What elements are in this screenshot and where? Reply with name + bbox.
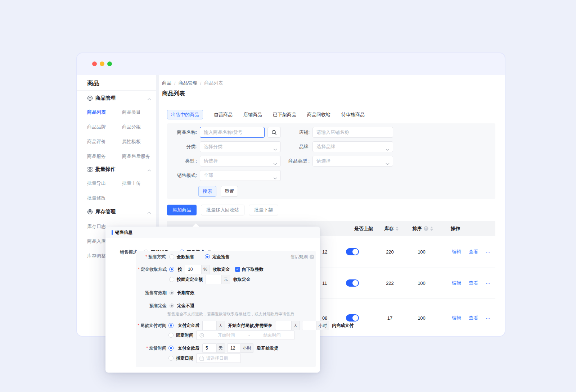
sidebar-item-after-sale-service[interactable]: 商品售后服务	[122, 153, 157, 160]
on-shelf-toggle[interactable]	[346, 314, 359, 322]
sidebar-group-product-manage[interactable]: 商品管理	[87, 95, 156, 102]
hour-unit: 小时	[316, 321, 329, 330]
chevron-up-icon[interactable]	[147, 167, 151, 173]
balance-fixed-radio[interactable]	[168, 333, 174, 338]
help-icon[interactable]	[424, 226, 428, 231]
dialog-title: 销售信息	[115, 229, 132, 236]
deadline-days-group: 天	[275, 321, 300, 330]
presale-settings-panel: 预售方式 全款预售 定金预售 售后规则 定金收取方式 按 10	[136, 251, 316, 367]
ship-relative-radio[interactable]	[168, 346, 174, 351]
edit-link[interactable]: 编辑	[452, 280, 461, 286]
close-window-icon[interactable]	[92, 61, 97, 66]
after-deposit-label: 支付定金后	[178, 323, 199, 329]
tab-on-sale[interactable]: 出售中的商品	[167, 110, 203, 119]
round-down-label[interactable]: 向下取整数	[242, 266, 264, 273]
deposit-percent-radio[interactable]	[169, 267, 174, 272]
sidebar-item-product-service[interactable]: 商品服务	[87, 153, 122, 160]
sidebar-item-attr-template[interactable]: 属性模板	[122, 138, 157, 145]
minimize-window-icon[interactable]	[100, 61, 104, 66]
toggle-on[interactable]	[346, 279, 359, 287]
sidebar-group-stock-manage[interactable]: 库存管理	[87, 208, 156, 215]
after-sale-rule[interactable]: 售后规则	[291, 253, 314, 260]
on-shelf-toggle[interactable]	[346, 279, 359, 287]
sidebar-item-product-review[interactable]: 商品评价	[87, 138, 122, 145]
balance-relative-option: 支付定金后 天 开始支付尾款,并需要在 天 小时 内完成支付	[168, 321, 354, 330]
balance-relative-radio[interactable]	[168, 323, 174, 328]
brand-select[interactable]: 选择品牌	[312, 141, 393, 152]
edit-link[interactable]: 编辑	[452, 249, 461, 255]
product-type-select[interactable]: 请选择	[312, 156, 393, 167]
view-link[interactable]: 查看	[469, 280, 478, 286]
full-presale-label[interactable]: 全款预售	[177, 254, 194, 260]
time-range-picker[interactable]: 开始时间 - 结束时间	[196, 331, 294, 340]
percent-input[interactable]: 10	[185, 265, 202, 274]
maximize-window-icon[interactable]	[107, 61, 112, 66]
sales-mode-select[interactable]: 全部	[200, 170, 281, 181]
deadline-hours-input[interactable]	[302, 321, 316, 330]
deposit-presale-radio[interactable]	[205, 254, 210, 259]
fixed-amount-label[interactable]: 按固定定金额	[177, 277, 203, 283]
full-presale-radio[interactable]	[169, 254, 174, 259]
sidebar-group-label: 商品管理	[95, 95, 116, 101]
deposit-presale-label[interactable]: 定金预售	[212, 254, 230, 260]
edit-link[interactable]: 编辑	[452, 315, 461, 321]
batch-offline-button[interactable]: 批量下架	[249, 205, 278, 215]
search-button[interactable]: 搜索	[198, 186, 216, 197]
fixed-date-label[interactable]: 指定日期	[176, 355, 193, 361]
fixed-amount-input[interactable]	[206, 275, 222, 284]
package-icon	[87, 209, 93, 215]
more-actions-icon[interactable]: ···	[486, 281, 490, 286]
date-placeholder: 请选择日期	[206, 355, 228, 361]
sort-icon[interactable]	[430, 227, 433, 231]
tab-pending-review[interactable]: 待审核商品	[341, 110, 365, 119]
tab-recycle-bin[interactable]: 商品回收站	[307, 110, 330, 119]
view-link[interactable]: 查看	[469, 249, 478, 255]
after-sale-rule-label[interactable]: 售后规则	[291, 254, 308, 260]
date-picker[interactable]: 请选择日期	[196, 354, 241, 363]
sidebar-item-batch-upload[interactable]: 批量上传	[122, 180, 157, 187]
stock-value: 222	[374, 279, 406, 287]
ship-days-input[interactable]: 5	[202, 343, 217, 353]
fixed-time-label[interactable]: 固定时间	[176, 332, 193, 338]
brand-label: 品牌:	[268, 141, 310, 152]
ship-fixed-radio[interactable]	[168, 356, 174, 361]
deposit-fixed-radio[interactable]	[169, 277, 174, 282]
add-product-button[interactable]: 添加商品	[167, 205, 197, 215]
toggle-on[interactable]	[346, 314, 359, 322]
round-down-checkbox[interactable]	[235, 267, 240, 272]
help-icon[interactable]	[310, 255, 314, 259]
grid-icon	[87, 167, 93, 172]
sidebar-item-batch-modify[interactable]: 批量修改	[87, 195, 122, 202]
sidebar-item-product-brand[interactable]: 商品品牌	[87, 123, 122, 131]
more-actions-icon[interactable]: ···	[486, 315, 490, 321]
breadcrumb-item[interactable]: 商品	[162, 80, 171, 86]
sales-mode-select-value: 全部	[204, 173, 213, 178]
reset-button[interactable]: 重置	[221, 186, 238, 197]
column-header-sort[interactable]: 排序	[405, 221, 441, 236]
tab-self-operated[interactable]: 自营商品	[214, 110, 233, 119]
deadline-days-input[interactable]	[275, 321, 292, 330]
sidebar-item-batch-export[interactable]: 批量导出	[87, 180, 122, 187]
breadcrumb-item[interactable]: 商品管理	[179, 80, 197, 86]
sidebar-group-batch-ops[interactable]: 批量操作	[87, 166, 156, 173]
balance-days-input[interactable]	[202, 321, 217, 330]
sidebar-item-product-group[interactable]: 商品分组	[122, 123, 157, 131]
chevron-up-icon[interactable]	[147, 96, 151, 102]
sidebar-item-product-list[interactable]: 商品列表	[87, 109, 122, 116]
ship-hours-input[interactable]: 12	[227, 343, 241, 353]
product-name-label: 商品名称:	[167, 127, 197, 138]
category-label: 分类:	[167, 141, 197, 152]
sidebar-item-product-category[interactable]: 商品类目	[122, 109, 157, 116]
sort-icon[interactable]	[396, 227, 399, 231]
on-shelf-toggle[interactable]	[346, 248, 359, 255]
view-link[interactable]: 查看	[469, 315, 478, 321]
column-header-stock[interactable]: 库存	[375, 221, 408, 236]
shop-input[interactable]: 请输入店铺名称	[312, 127, 393, 138]
batch-recycle-button[interactable]: 批量移入回收站	[201, 205, 244, 215]
tab-shop-products[interactable]: 店铺商品	[243, 110, 262, 119]
tab-off-shelf[interactable]: 已下架商品	[273, 110, 296, 119]
product-name-input[interactable]: 输入商品名称/货号	[200, 127, 265, 138]
toggle-on[interactable]	[346, 248, 359, 255]
more-actions-icon[interactable]: ···	[486, 249, 490, 255]
chevron-up-icon[interactable]	[147, 209, 151, 216]
